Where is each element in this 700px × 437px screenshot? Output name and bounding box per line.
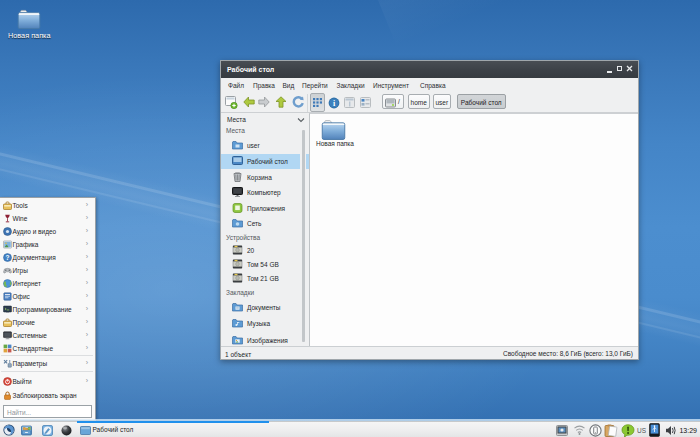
- svg-text:?: ?: [6, 253, 10, 260]
